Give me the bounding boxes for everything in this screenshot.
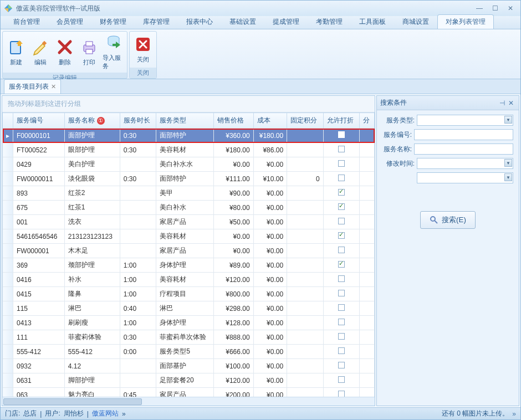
- column-header-6[interactable]: 固定积分: [287, 113, 323, 129]
- table-row[interactable]: 555-412555-4120:00服务类型5¥666.00¥0.00: [3, 345, 375, 359]
- discount-checkbox[interactable]: [338, 261, 345, 268]
- table-row[interactable]: FT000522眼部护理0:30美容耗材¥180.00¥86.00: [3, 143, 375, 157]
- chevron-down-icon[interactable]: ▼: [504, 159, 512, 167]
- column-header-3[interactable]: 服务类型: [156, 113, 214, 129]
- discount-checkbox[interactable]: [338, 347, 345, 354]
- document-tab[interactable]: 服务项目列表 ✕: [4, 79, 61, 94]
- status-expand-icon[interactable]: »: [512, 410, 516, 418]
- table-row[interactable]: 111菲蜜莉体验0:30菲蜜莉单次体验¥888.00¥0.00: [3, 330, 375, 345]
- menu-item-9[interactable]: 商城设置: [394, 14, 437, 29]
- horizontal-scrollbar[interactable]: [2, 397, 375, 406]
- table-row[interactable]: 0429美白护理美白补水水¥0.00¥0.00: [3, 157, 375, 172]
- svg-line-15: [435, 221, 437, 223]
- menu-item-5[interactable]: 基础设置: [221, 14, 264, 29]
- discount-checkbox[interactable]: [338, 203, 345, 210]
- discount-checkbox[interactable]: [338, 391, 345, 397]
- chevron-down-icon[interactable]: ▼: [504, 116, 512, 124]
- menu-item-1[interactable]: 会员管理: [48, 14, 91, 29]
- column-header-0[interactable]: 服务编号: [13, 113, 65, 129]
- table-row[interactable]: 675红茶1美白补水¥80.00¥0.00: [3, 201, 375, 215]
- discount-checkbox[interactable]: [338, 218, 345, 224]
- table-row[interactable]: 001洗衣家居产品¥50.00¥0.00: [3, 215, 375, 229]
- menu-item-7[interactable]: 考勤管理: [308, 14, 351, 29]
- column-header-4[interactable]: 销售价格: [214, 113, 253, 129]
- import-icon: [105, 34, 122, 52]
- discount-checkbox[interactable]: [338, 131, 345, 138]
- column-header-1[interactable]: 服务名称①: [64, 113, 120, 129]
- discount-checkbox[interactable]: [338, 362, 345, 368]
- close-button[interactable]: 关闭: [131, 33, 155, 66]
- print-button[interactable]: 打印: [77, 33, 101, 71]
- table-row[interactable]: ▸F00000101面部护理0:30面部特护¥360.00¥180.00: [3, 129, 375, 143]
- import-button[interactable]: 导入服务: [101, 33, 126, 71]
- edit-button[interactable]: 编辑: [28, 33, 53, 71]
- column-header-7[interactable]: 允许打折: [323, 113, 359, 129]
- close-panel-icon[interactable]: ✕: [507, 99, 515, 107]
- discount-checkbox[interactable]: [338, 247, 345, 253]
- table-row[interactable]: 369颈部护理1:00身体护理¥89.00¥0.00: [3, 258, 375, 273]
- modify-date-to-combo[interactable]: [417, 172, 513, 183]
- table-row[interactable]: 09324.12面部基护¥100.00¥0.00: [3, 359, 375, 373]
- statusbar: 门店: 总店 | 用户: 周怡杉 | 傲蓝网站 » 还有 0 幅图片未上传。 »: [1, 407, 520, 419]
- group-by-hint[interactable]: 拖动列标题到这进行分组: [2, 96, 375, 112]
- menu-item-8[interactable]: 工具面板: [351, 14, 394, 29]
- discount-checkbox[interactable]: [338, 290, 345, 296]
- discount-checkbox[interactable]: [338, 319, 345, 325]
- discount-checkbox[interactable]: [338, 304, 345, 311]
- table-row[interactable]: 115淋巴0:40淋巴¥298.00¥0.00: [3, 301, 375, 316]
- menubar: 前台管理会员管理财务管理库存管理报表中心基础设置提成管理考勤管理工具面板商城设置…: [1, 16, 520, 29]
- pin-icon[interactable]: ⊣: [498, 99, 507, 107]
- table-row[interactable]: 893红茶2美甲¥90.00¥0.00: [3, 186, 375, 201]
- search-panel: 搜索条件 ⊣ ✕ 服务类型: ▼ 服务编号: 服务名称: 修改时间:: [376, 95, 519, 406]
- discount-checkbox[interactable]: [338, 376, 345, 383]
- column-header-2[interactable]: 服务时长: [120, 113, 156, 129]
- menu-item-2[interactable]: 财务管理: [91, 14, 135, 29]
- menu-item-10[interactable]: 对象列表管理: [437, 14, 494, 29]
- ribbon: 新建编辑删除打印导入服务记录编辑关闭关闭: [1, 29, 520, 79]
- chevron-down-icon[interactable]: ▼: [504, 173, 512, 181]
- service-name-input[interactable]: [414, 144, 513, 155]
- grid-scroll-area[interactable]: 服务编号服务名称①服务时长服务类型销售价格成本固定积分允许打折分▸F000001…: [2, 112, 375, 397]
- discount-checkbox[interactable]: [338, 333, 345, 340]
- column-header-5[interactable]: 成本: [253, 113, 287, 129]
- print-icon: [80, 38, 98, 56]
- minimize-button[interactable]: —: [473, 4, 486, 13]
- service-id-label: 服务编号:: [382, 130, 412, 140]
- service-type-combo[interactable]: [417, 115, 513, 126]
- close-window-button[interactable]: ✕: [504, 4, 517, 13]
- document-tab-close-icon[interactable]: ✕: [51, 83, 56, 90]
- maximize-button[interactable]: ☐: [488, 4, 502, 13]
- table-row[interactable]: FW000001木木足家居产品¥0.00¥0.00: [3, 244, 375, 258]
- table-row[interactable]: 063魅力亮白0:45家居产品¥200.00¥0.00: [3, 388, 375, 397]
- modify-date-combo[interactable]: [417, 158, 513, 169]
- edit-icon: [32, 38, 49, 56]
- new-button[interactable]: 新建: [4, 33, 28, 71]
- svg-marker-1: [8, 4, 12, 8]
- delete-button[interactable]: 删除: [53, 33, 77, 71]
- modify-date-label: 修改时间:: [382, 159, 415, 168]
- menu-item-6[interactable]: 提成管理: [264, 14, 308, 29]
- status-user-label: 用户:: [45, 409, 60, 418]
- status-website-link[interactable]: 傲蓝网站: [92, 409, 119, 418]
- status-user: 周怡杉: [64, 409, 84, 418]
- search-button-label: 搜索(E): [442, 215, 466, 225]
- menu-item-4[interactable]: 报表中心: [178, 14, 221, 29]
- discount-checkbox[interactable]: [338, 146, 345, 152]
- discount-checkbox[interactable]: [338, 189, 345, 196]
- table-row[interactable]: 0416补水1:00美容耗材¥120.00¥0.00: [3, 273, 375, 287]
- table-row[interactable]: 0631脚部护理足部套餐20¥120.00¥0.00: [3, 373, 375, 388]
- table-row[interactable]: FW0000011淡化眼袋0:30面部特护¥111.00¥10.000: [3, 172, 375, 186]
- search-button[interactable]: 搜索(E): [420, 211, 476, 229]
- table-row[interactable]: 0415隆鼻1:00疗程项目¥800.00¥0.00: [3, 287, 375, 301]
- menu-item-3[interactable]: 库存管理: [135, 14, 178, 29]
- scrollbar-thumb[interactable]: [3, 398, 142, 405]
- discount-checkbox[interactable]: [338, 275, 345, 282]
- discount-checkbox[interactable]: [338, 232, 345, 239]
- discount-checkbox[interactable]: [338, 160, 345, 167]
- table-row[interactable]: 54616546546213123123123美容耗材¥0.00¥0.00: [3, 229, 375, 244]
- table-row[interactable]: 0413刷刷瘦1:00身体护理¥128.00¥0.00: [3, 316, 375, 330]
- discount-checkbox[interactable]: [338, 175, 345, 181]
- service-id-input[interactable]: [414, 129, 513, 140]
- menu-item-0[interactable]: 前台管理: [5, 14, 48, 29]
- svg-rect-8: [86, 42, 93, 46]
